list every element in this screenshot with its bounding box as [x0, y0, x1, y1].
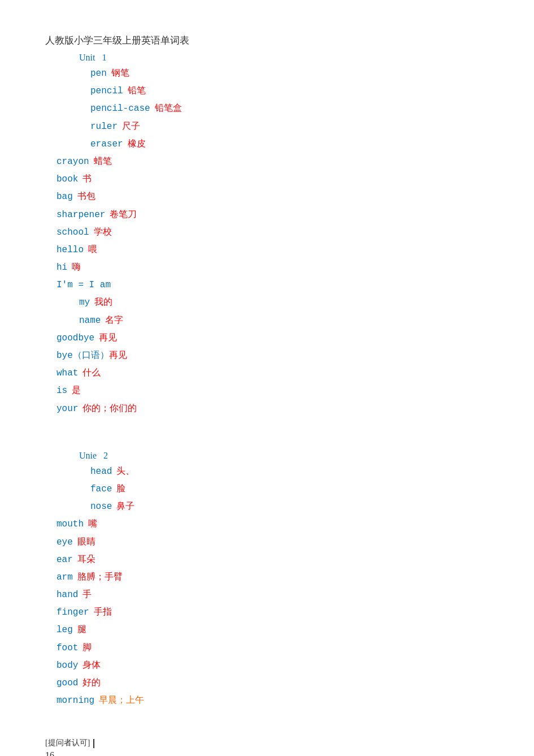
- word-your: your 你的；你们的: [57, 400, 489, 417]
- word-hello: hello 喂: [57, 241, 489, 258]
- unit1-label: Unit: [79, 53, 95, 62]
- word-good: good 好的: [57, 675, 489, 691]
- word-pen: pen 钢笔: [90, 65, 489, 81]
- word-nose: nose 鼻子: [90, 498, 489, 515]
- word-name: name 名字: [79, 312, 489, 329]
- word-arm: arm 胳膊；手臂: [57, 569, 489, 585]
- word-ruler: ruler 尺子: [90, 118, 489, 135]
- unit1-number: 1: [97, 53, 106, 62]
- word-school: school 学校: [57, 224, 489, 240]
- word-head: head 头、: [90, 463, 489, 479]
- page-title: 人教版小学三年级上册英语单词表: [45, 34, 489, 47]
- word-goodbye: goodbye 再见: [57, 330, 489, 346]
- word-pencil: pencil 铅笔: [90, 83, 489, 99]
- unit1-header: Unit 1: [79, 53, 489, 63]
- footer-tag: [提问者认可]: [45, 738, 489, 748]
- word-crayon: crayon 蜡笔: [57, 153, 489, 170]
- unit2-header: Unie 2: [79, 451, 489, 461]
- word-hand: hand 手: [57, 586, 489, 603]
- unit2-number: 2: [99, 451, 108, 460]
- word-morning: morning 早晨；上午: [57, 692, 489, 709]
- word-my: my 我的: [79, 294, 489, 310]
- word-hi: hi 嗨: [57, 259, 489, 275]
- word-book: book 书: [57, 171, 489, 187]
- word-bag: bag 书包: [57, 188, 489, 205]
- word-face: face 脸: [90, 481, 489, 497]
- unit1-section: Unit 1 pen 钢笔 pencil 铅笔 pencil-case 铅笔盒 …: [45, 53, 489, 417]
- word-what: what 什么: [57, 365, 489, 381]
- count-line: 16: [45, 750, 489, 756]
- word-foot: foot 脚: [57, 640, 489, 656]
- unit2-section: Unie 2 head 头、 face 脸 nose 鼻子 mouth 嘴 ey…: [45, 451, 489, 709]
- word-bye: bye（口语）再见: [57, 347, 489, 364]
- word-im: I'm = I am: [57, 277, 489, 293]
- word-is: is 是: [57, 382, 489, 399]
- word-eraser: eraser 橡皮: [90, 136, 489, 152]
- word-sharpener: sharpener 卷笔刀: [57, 206, 489, 223]
- unit2-label: Unie: [79, 451, 97, 460]
- word-mouth: mouth 嘴: [57, 516, 489, 532]
- word-pencil-case: pencil-case 铅笔盒: [90, 100, 489, 116]
- word-leg: leg 腿: [57, 621, 489, 638]
- word-finger: finger 手指: [57, 604, 489, 620]
- word-eye: eye 眼睛: [57, 534, 489, 550]
- word-ear: ear 耳朵: [57, 551, 489, 568]
- word-body: body 身体: [57, 657, 489, 673]
